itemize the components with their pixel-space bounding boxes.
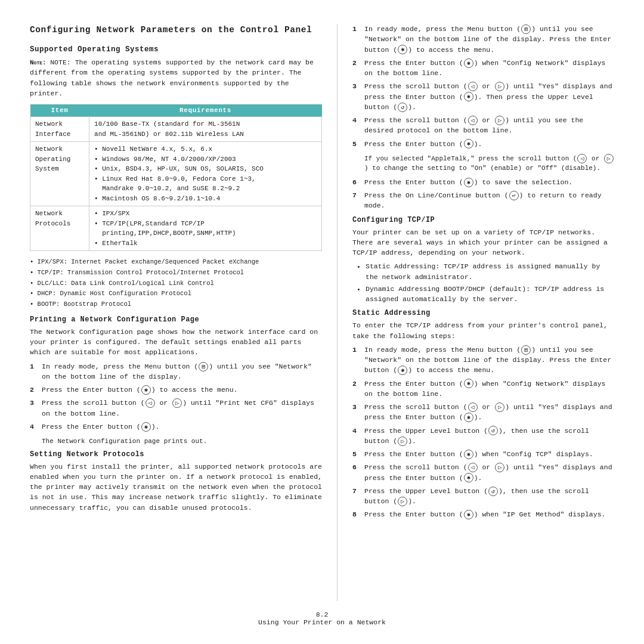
step-num: 2 [30, 385, 39, 395]
bullet-item: Dynamic Addressing BOOTP/DHCP (default):… [366, 284, 614, 305]
row2-item: NetworkOperatingSystem [30, 142, 89, 206]
scroll-right-icon: ▷ [398, 497, 407, 506]
step-text: Press the Enter button (✱) when "Config … [364, 449, 614, 459]
legend-item: • BOOTP: Bootstrap Protocol [30, 299, 322, 309]
bullet-item: Static Addressing: TCP/IP address is ass… [366, 261, 614, 282]
step-text: Press the Enter button (✱). [42, 422, 322, 432]
page: Configuring Network Parameters on the Co… [0, 0, 644, 644]
note-block: Note: NOTE: The operating systems suppor… [30, 57, 322, 98]
scroll-right-icon: ▷ [604, 154, 614, 163]
row1-req: 10/100 Base-TX (standard for ML-3561Nand… [89, 117, 322, 142]
step-num: 5 [352, 449, 362, 459]
menu-icon: ⊞ [199, 362, 208, 371]
step-num: 6 [352, 177, 362, 187]
step-text: Press the Enter button (✱) to access the… [42, 385, 322, 395]
table-row: NetworkInterface 10/100 Base-TX (standar… [30, 117, 322, 142]
row2-req: • Novell NetWare 4.x, 5.x, 6.x • Windows… [89, 142, 322, 206]
step-item: 1 In ready mode, press the Menu button (… [352, 24, 614, 55]
step-num: 8 [352, 509, 362, 519]
scroll-right-icon: ▷ [172, 398, 182, 408]
step-num: 4 [352, 426, 362, 447]
step-num: 7 [352, 190, 362, 211]
step-item: 2 Press the Enter button (✱) when "Confi… [352, 379, 614, 400]
step-text: Press the scroll button (◁ or ▷) until "… [364, 81, 614, 112]
upper-level-icon: ↺ [488, 426, 498, 435]
config-tcpip-heading: Configuring TCP/IP [352, 216, 614, 224]
online-icon: ↩ [509, 191, 519, 200]
step-item: 7 Press the On Line/Continue button (↩) … [352, 190, 614, 211]
enter-icon: ✱ [464, 178, 473, 187]
supported-os-heading: Supported Operating Systems [30, 45, 322, 54]
scroll-left-icon: ◁ [468, 402, 478, 412]
right-column: 1 In ready mode, press the Menu button (… [352, 24, 614, 601]
step-item: 4 Press the scroll button (◁ or ▷) until… [352, 115, 614, 136]
table-row: NetworkProtocols • IPX/SPX • TCP/IP(LPR,… [30, 206, 322, 251]
col-req: Requirements [89, 104, 322, 117]
table-row: NetworkOperatingSystem • Novell NetWare … [30, 142, 322, 206]
enter-icon: ✱ [398, 366, 407, 375]
step-item: 8 Press the Enter button (✱) when "IP Ge… [352, 509, 614, 519]
scroll-left-icon: ◁ [577, 154, 587, 163]
legend-list: • IPX/SPX: Internet Packet exchange/Sequ… [30, 257, 322, 309]
scroll-right-icon: ▷ [495, 116, 504, 125]
print-config-heading: Printing a Network Configuration Page [30, 315, 322, 324]
scroll-right-icon: ▷ [495, 402, 504, 412]
step-text: Press the scroll button (◁ or ▷) until "… [364, 402, 614, 423]
enter-icon: ✱ [464, 58, 473, 68]
step-num: 2 [352, 379, 362, 400]
step-num: 3 [352, 81, 362, 112]
right-intro-steps: 1 In ready mode, press the Menu button (… [352, 24, 614, 149]
step-item: 6 Press the Enter button (✱) to save the… [352, 177, 614, 187]
step-num: 1 [352, 345, 362, 376]
step-text: Press the On Line/Continue button (↩) to… [364, 190, 614, 211]
page-number: 8.2 [30, 611, 614, 618]
upper-level-icon: ↺ [488, 487, 498, 496]
step-item: 4 Press the Enter button (✱). [30, 422, 322, 432]
menu-icon: ⊞ [521, 24, 531, 34]
step-num: 3 [352, 402, 362, 423]
step-num: 7 [352, 486, 362, 507]
step-num: 2 [352, 58, 362, 79]
enter-icon: ✱ [464, 92, 473, 101]
enter-icon: ✱ [141, 422, 151, 432]
enter-icon: ✱ [464, 413, 473, 422]
step-text: In ready mode, press the Menu button (⊞)… [364, 345, 614, 376]
enter-icon: ✱ [398, 45, 407, 54]
step-item: 3 Press the scroll button (◁ or ▷) until… [352, 402, 614, 423]
page-footer: 8.2 Using Your Printer on a Network [30, 607, 614, 626]
scroll-left-icon: ◁ [468, 116, 478, 125]
config-tcpip-bullets: Static Addressing: TCP/IP address is ass… [352, 261, 614, 304]
upper-level-icon: ↺ [398, 103, 407, 112]
setting-protocols-heading: Setting Network Protocols [30, 450, 322, 459]
step-text: Press the Enter button (✱) when "Config … [364, 379, 614, 400]
appletalk-note: If you selected "AppleTalk," press the s… [364, 154, 614, 174]
enter-icon: ✱ [464, 473, 473, 482]
left-column: Configuring Network Parameters on the Co… [30, 24, 322, 601]
enter-icon: ✱ [464, 139, 473, 148]
step-item: 1 In ready mode, press the Menu button (… [30, 361, 322, 382]
right-steps2: 6 Press the Enter button (✱) to save the… [352, 177, 614, 211]
step-item: 5 Press the Enter button (✱) when "Confi… [352, 449, 614, 459]
step-item: 1 In ready mode, press the Menu button (… [352, 345, 614, 376]
step-num: 6 [352, 462, 362, 483]
enter-icon: ✱ [464, 510, 473, 519]
scroll-left-icon: ◁ [145, 398, 155, 408]
step-text: Press the Upper Level button (↺), then u… [364, 486, 614, 507]
requirements-table: Item Requirements NetworkInterface 10/10… [30, 104, 322, 251]
scroll-left-icon: ◁ [468, 82, 478, 91]
static-steps: 1 In ready mode, press the Menu button (… [352, 345, 614, 520]
menu-icon: ⊞ [521, 345, 531, 355]
step-item: 3 Press the scroll button (◁ or ▷) until… [352, 81, 614, 112]
scroll-left-icon: ◁ [468, 463, 478, 472]
print-config-note: The Network Configuration page prints ou… [42, 436, 322, 447]
step-text: In ready mode, press the Menu button (⊞)… [364, 24, 614, 55]
step-text: Press the Enter button (✱) when "IP Get … [364, 509, 614, 519]
static-addressing-intro: To enter the TCP/IP address from your pr… [352, 320, 614, 341]
step-text: Press the Enter button (✱) when "Config … [364, 58, 614, 79]
legend-item: • DLC/LLC: Data Link Control/Logical Lin… [30, 278, 322, 289]
step-text: Press the scroll button (◁ or ▷) until "… [364, 462, 614, 483]
legend-item: • IPX/SPX: Internet Packet exchange/Sequ… [30, 257, 322, 267]
print-config-steps: 1 In ready mode, press the Menu button (… [30, 361, 322, 432]
step-item: 4 Press the Upper Level button (↺), then… [352, 426, 614, 447]
step-item: 2 Press the Enter button (✱) when "Confi… [352, 58, 614, 79]
